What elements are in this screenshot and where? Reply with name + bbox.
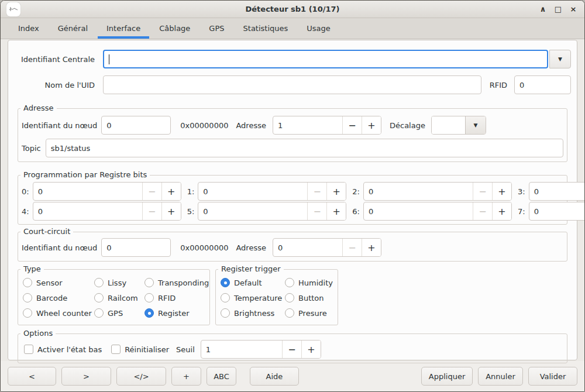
radio-icon[interactable] bbox=[94, 308, 104, 318]
register-bit-2: 2: − + bbox=[352, 182, 512, 201]
radio-icon[interactable] bbox=[144, 278, 154, 287]
type-option-railcom[interactable]: Railcom bbox=[94, 291, 144, 305]
register-4-input[interactable] bbox=[33, 202, 142, 220]
radio-icon[interactable] bbox=[94, 293, 104, 302]
radio-icon[interactable] bbox=[285, 293, 294, 302]
register-6-input[interactable] bbox=[364, 202, 473, 220]
type-option-lissy[interactable]: Lissy bbox=[94, 276, 144, 290]
cc-adresse-input[interactable] bbox=[273, 239, 342, 256]
register-7-label: 7: bbox=[518, 207, 525, 216]
apply-button[interactable]: Appliquer bbox=[421, 367, 473, 386]
register-2-decrement-button[interactable]: − bbox=[473, 183, 492, 200]
seuil-input[interactable] bbox=[201, 341, 282, 358]
register-0-decrement-button[interactable]: − bbox=[142, 183, 161, 200]
option-reinitialiser[interactable]: Réinitialiser bbox=[111, 342, 169, 356]
radio-icon[interactable] bbox=[285, 308, 294, 318]
identifiant-centrale-input[interactable] bbox=[103, 50, 548, 68]
register-4-increment-button[interactable]: + bbox=[161, 202, 181, 220]
tab-statistiques[interactable]: Statistiques bbox=[234, 18, 298, 39]
type-option-register[interactable]: Register bbox=[144, 306, 209, 320]
tab-usage[interactable]: Usage bbox=[297, 18, 340, 39]
rocrail-app-icon bbox=[6, 2, 20, 16]
register-0-input[interactable] bbox=[33, 183, 142, 200]
register-1-increment-button[interactable]: + bbox=[326, 183, 346, 200]
decalage-dropdown-button[interactable]: ▼ bbox=[465, 116, 486, 134]
cc-adresse-increment-button[interactable]: + bbox=[362, 239, 381, 256]
rfid-input[interactable] bbox=[514, 75, 571, 94]
add-button[interactable]: + bbox=[171, 367, 201, 386]
code-button[interactable]: </> bbox=[116, 367, 166, 386]
identifiant-centrale-dropdown-button[interactable]: ▼ bbox=[549, 50, 571, 68]
tab-index[interactable]: Index bbox=[9, 18, 49, 39]
register-2-increment-button[interactable]: + bbox=[492, 183, 511, 200]
trigger-option-temperature[interactable]: Temperature bbox=[221, 291, 285, 305]
ok-button[interactable]: Valider bbox=[528, 367, 577, 386]
register-5-input[interactable] bbox=[198, 202, 307, 220]
type-option-rfid[interactable]: RFID bbox=[144, 291, 209, 305]
tab-gps[interactable]: GPS bbox=[199, 18, 233, 39]
register-1-input[interactable] bbox=[198, 183, 307, 200]
seuil-increment-button[interactable]: + bbox=[301, 341, 321, 358]
seuil-decrement-button[interactable]: − bbox=[282, 341, 301, 358]
prev-button[interactable]: < bbox=[8, 367, 56, 386]
adresse-increment-button[interactable]: + bbox=[362, 116, 381, 134]
adresse-decrement-button[interactable]: − bbox=[342, 116, 362, 134]
cc-adresse-decrement-button[interactable]: − bbox=[342, 239, 362, 256]
tab-interface[interactable]: Interface bbox=[97, 18, 150, 39]
identifiant-centrale-label: Identifiant Centrale bbox=[14, 55, 95, 64]
register-bit-3: 3: − + bbox=[518, 182, 585, 201]
checkbox-icon[interactable] bbox=[24, 345, 33, 354]
radio-icon[interactable] bbox=[94, 278, 104, 287]
decalage-combo[interactable]: ▼ bbox=[431, 116, 486, 135]
register-2-input[interactable] bbox=[364, 183, 473, 200]
radio-icon[interactable] bbox=[221, 293, 230, 302]
trigger-option-humidity[interactable]: Humidity bbox=[285, 276, 333, 290]
type-option-gps[interactable]: GPS bbox=[94, 306, 144, 320]
radio-checked-icon[interactable] bbox=[221, 278, 230, 287]
type-option-barcode[interactable]: Barcode bbox=[23, 291, 94, 305]
trigger-option-brightness[interactable]: Brightness bbox=[221, 306, 285, 320]
type-option-wheel-counter[interactable]: Wheel counter bbox=[23, 306, 94, 320]
radio-icon[interactable] bbox=[144, 293, 154, 302]
register-5-decrement-button[interactable]: − bbox=[307, 202, 326, 220]
shade-icon[interactable]: ∧ bbox=[538, 4, 548, 15]
topic-input[interactable] bbox=[46, 139, 563, 157]
help-button[interactable]: Aide bbox=[250, 367, 299, 386]
register-7-input[interactable] bbox=[529, 202, 585, 220]
maximize-icon[interactable]: □ bbox=[553, 4, 563, 15]
titlebar[interactable]: Détecteur sb1 (10/17) ∧ □ × bbox=[1, 1, 584, 18]
node-id-input[interactable] bbox=[101, 116, 171, 135]
register-4-decrement-button[interactable]: − bbox=[142, 202, 161, 220]
trigger-option-presure[interactable]: Presure bbox=[285, 306, 333, 320]
tab-general[interactable]: Général bbox=[49, 18, 97, 39]
radio-icon[interactable] bbox=[221, 308, 230, 318]
type-option-sensor[interactable]: Sensor bbox=[23, 276, 94, 290]
cc-node-id-input[interactable] bbox=[101, 238, 171, 257]
trigger-option-button[interactable]: Button bbox=[285, 291, 333, 305]
register-1-decrement-button[interactable]: − bbox=[307, 183, 326, 200]
option-activer-etat-bas[interactable]: Activer l'état bas bbox=[24, 342, 102, 356]
radio-icon[interactable] bbox=[285, 278, 294, 287]
seuil-label: Seuil bbox=[176, 345, 195, 354]
radio-checked-icon[interactable] bbox=[144, 308, 154, 318]
checkbox-icon[interactable] bbox=[111, 345, 121, 354]
register-6-decrement-button[interactable]: − bbox=[473, 202, 492, 220]
cancel-button[interactable]: Annuler bbox=[478, 367, 523, 386]
next-button[interactable]: > bbox=[61, 367, 111, 386]
radio-icon[interactable] bbox=[23, 278, 32, 287]
abc-button[interactable]: ABC bbox=[207, 367, 236, 386]
trigger-option-default[interactable]: Default bbox=[221, 276, 285, 290]
nom-uid-input[interactable] bbox=[103, 75, 481, 94]
register-6-increment-button[interactable]: + bbox=[492, 202, 511, 220]
radio-icon[interactable] bbox=[23, 308, 32, 318]
close-icon[interactable]: × bbox=[568, 4, 579, 15]
register-3-input[interactable] bbox=[529, 183, 585, 200]
type-option-transponding[interactable]: Transponding bbox=[144, 276, 209, 290]
radio-icon[interactable] bbox=[23, 293, 32, 302]
register-5-increment-button[interactable]: + bbox=[326, 202, 346, 220]
adresse-input[interactable] bbox=[273, 116, 342, 134]
register-7-spinner: − + bbox=[529, 202, 585, 221]
register-0-increment-button[interactable]: + bbox=[161, 183, 181, 200]
tab-cablage[interactable]: Câblage bbox=[150, 18, 199, 39]
register-6-spinner: − + bbox=[363, 202, 512, 221]
